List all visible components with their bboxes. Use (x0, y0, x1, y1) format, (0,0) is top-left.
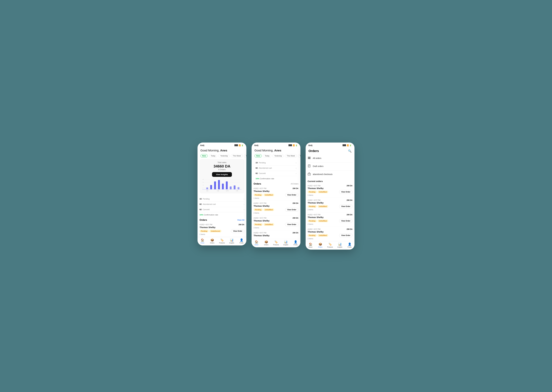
orders-header-1: Orders View All (197, 217, 246, 222)
tag-unfulfilled-p3-4: Unfulfilled (318, 234, 328, 237)
stats-pending-1[interactable]: 15 Pending › (200, 196, 244, 202)
nav-orders-label-1: Orders (210, 242, 214, 244)
tab-now-2[interactable]: Now (254, 154, 262, 158)
view-order-btn-p3-2[interactable]: View Order (339, 204, 352, 208)
svg-text:4 PM: 4 PM (236, 190, 238, 191)
tab-this-week-2[interactable]: This Week (285, 154, 297, 158)
current-orders-header: Current orders (306, 178, 355, 183)
order-type-abandoned[interactable]: abandoned checkouts (308, 170, 352, 178)
tab-this-month-2[interactable]: This Month (298, 154, 300, 158)
nav-insights-3[interactable]: 📊 Insights (335, 242, 345, 248)
nav-orders-2[interactable]: 📦 Orders (261, 240, 271, 245)
view-all-link-1[interactable]: View All (237, 219, 244, 221)
all-orders-label: All orders (313, 157, 321, 159)
nav-profile-1[interactable]: 👤 Profile (237, 238, 246, 244)
view-order-btn-p3-3[interactable]: View Order (339, 219, 352, 223)
nav-profile-label-3: Profile (348, 246, 352, 248)
draft-orders-label: Draft orders (313, 165, 323, 167)
order-name-p3-1: Thomas Shelby (308, 187, 352, 189)
tag-pending-1: Pending (200, 230, 209, 232)
svg-rect-7 (214, 182, 216, 189)
status-time-3: 9:41 (308, 144, 312, 147)
filter-tabs-1: Now Today Yesterday This Week This Month (197, 153, 246, 159)
products-icon-1: 🏷️ (220, 238, 224, 242)
tab-this-week-1[interactable]: This Week (231, 154, 243, 158)
battery-icon: 🔋 (241, 144, 244, 147)
order-tags-row-p2-1: Pending Unfulfilled View Order (254, 193, 298, 197)
order-items-p3-2: 2 items (308, 209, 352, 211)
tab-yesterday-1[interactable]: Yesterday (218, 154, 230, 158)
nav-profile-3[interactable]: 👤 Profile (345, 242, 355, 248)
tab-today-2[interactable]: Today (263, 154, 271, 158)
nav-home-2[interactable]: 🏠 Home (252, 240, 261, 245)
svg-text:8 AM: 8 AM (217, 190, 219, 191)
tag-pending-p2-1: Pending (254, 194, 263, 196)
phone-3-content: Orders 🔍 All orders (306, 147, 355, 241)
chart-container: 4 AM 8 AM 12 PM 4 PM 0 10 20 30 (202, 179, 242, 192)
nav-products-3[interactable]: 🏷️ Products (325, 242, 335, 248)
abandoned-label: abandoned checkouts (313, 173, 333, 175)
nav-products-1[interactable]: 🏷️ Products (217, 238, 227, 244)
nav-insights-1[interactable]: 📊 Insights (227, 238, 237, 244)
order-items-p3-1: 1 items (308, 194, 352, 196)
status-bar-1: 9:41 ▋▋▋ 📶 🔋 (197, 142, 246, 147)
nav-profile-2[interactable]: 👤 Profile (291, 240, 300, 245)
view-order-button-1[interactable]: View Order (231, 229, 244, 233)
svg-rect-8 (218, 180, 220, 189)
order-name-p2-1: Thomas Shelby (254, 190, 298, 192)
view-order-btn-p2-2[interactable]: View Order (285, 208, 298, 212)
svg-rect-10 (226, 182, 228, 189)
svg-rect-9 (222, 184, 224, 189)
phone-2-content: Good Morning, Anes Now Today Yesterday T… (252, 147, 300, 239)
nav-profile-label-1: Profile (240, 242, 244, 244)
svg-text:4 AM: 4 AM (206, 190, 208, 191)
view-order-btn-p2-3[interactable]: View Order (285, 223, 298, 226)
tab-this-month-1[interactable]: This Month (244, 154, 246, 158)
nav-products-label-1: Products (219, 242, 225, 244)
nav-products-label-2: Products (273, 244, 279, 245)
order-name-p3-4: Thomas Shelby (308, 231, 352, 233)
bottom-nav-2: 🏠 Home 📦 Orders 🏷️ Products 📊 Insights 👤… (252, 239, 300, 247)
svg-rect-24 (308, 158, 311, 159)
orders-title-2: Orders (254, 182, 261, 185)
order-card-p2-3: #1002 • 8:57 PM 290 DA Thomas Shelby Pen… (252, 216, 300, 230)
order-name-p2-2: Thomas Shelby (254, 205, 298, 207)
tab-yesterday-2[interactable]: Yesterday (272, 154, 284, 158)
order-meta-1: #1002 • 8:57 PM 290 DA (200, 224, 244, 226)
svg-rect-6 (210, 185, 212, 189)
stats-abandoned-2[interactable]: 02 Abondened cart › (256, 166, 296, 171)
order-tags-1: Pending Undelivered (200, 230, 221, 232)
view-insights-button[interactable]: View Insights (212, 172, 232, 177)
stats-cancelled-1[interactable]: 02 Canceld › (200, 207, 244, 212)
tag-pending-p2-3: Pending (254, 223, 263, 226)
order-type-all[interactable]: All orders (308, 154, 352, 162)
nav-products-2[interactable]: 🏷️ Products (271, 240, 281, 245)
tab-today-1[interactable]: Today (209, 154, 217, 158)
view-order-btn-p2-1[interactable]: View Order (285, 193, 298, 197)
nav-insights-2[interactable]: 📊 Insights (281, 240, 291, 245)
products-icon-3: 🏷️ (328, 242, 332, 246)
svg-point-30 (309, 174, 310, 175)
profile-icon-3: 👤 (348, 242, 351, 246)
stats-abandoned-1[interactable]: 02 Abondened cart › (200, 202, 244, 207)
svg-text:12 PM: 12 PM (226, 190, 229, 191)
nav-home-3[interactable]: 🏠 Home (306, 242, 315, 248)
search-icon[interactable]: 🔍 (348, 149, 352, 153)
view-order-btn-p3-1[interactable]: View Order (339, 190, 352, 194)
nav-orders-1[interactable]: 📦 Orders (207, 238, 217, 244)
home-icon-3: 🏠 (309, 242, 312, 246)
nav-orders-3[interactable]: 📦 Orders (315, 242, 325, 248)
orders-icon-3: 📦 (319, 242, 322, 246)
view-order-btn-p3-4[interactable]: View Order (339, 234, 352, 237)
nav-home-1[interactable]: 🏠 Home (197, 238, 207, 244)
order-items-p3-3: 2 items (308, 223, 352, 225)
all-orders-link[interactable]: All Orders (291, 183, 298, 185)
svg-text:20: 20 (203, 182, 203, 182)
stats-pending-2[interactable]: 15 Pending › (256, 160, 296, 166)
stats-cancelled-2[interactable]: 02 Canceld › (256, 171, 296, 176)
status-bar-2: 9:41 ▋▋▋ 📶 🔋 (252, 142, 300, 147)
status-icons-3: ▋▋▋ 📶 🔋 (343, 144, 352, 147)
tab-now-1[interactable]: Now (200, 154, 208, 158)
order-type-draft[interactable]: Draft orders (308, 162, 352, 170)
order-name-p3-3: Thomas Shelby (308, 216, 352, 218)
